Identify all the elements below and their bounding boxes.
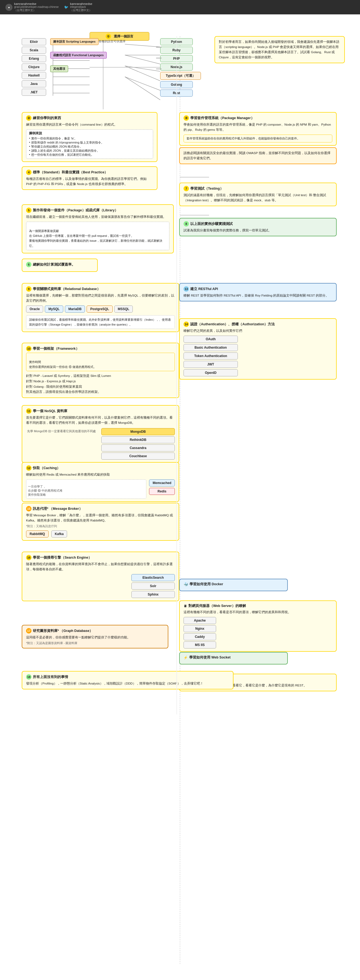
todo-card: 18 所有上面沒有到的事情 發現分析（Profiling），一靜態分析（Stat… bbox=[22, 671, 234, 689]
header-twitter-text: kamranahmedse inlegend/jack （台灣正體中文） bbox=[70, 2, 92, 12]
functional-text: 函數程式語言 Functional Languages bbox=[53, 53, 104, 57]
cache-redis: Redis bbox=[149, 488, 175, 495]
example-block: 腳例來說 實作一些你用過的指令，像是 'ls'。 抓取和儲存 reddit 的 … bbox=[26, 129, 153, 159]
restful-card: 13 建立 RESTful API 瞭解 REST 並學習如何制作 RESTfu… bbox=[179, 283, 337, 301]
svg-line-13 bbox=[125, 77, 160, 90]
nosql-card: 11 學一個 NoSQL 資料庫 首先要選擇它是什麼，它們跟關聯式資料庫有何不同… bbox=[22, 405, 179, 463]
lang-typescript: TypeScript（可選） bbox=[160, 72, 201, 80]
cache-memcached: Memcached bbox=[149, 479, 175, 487]
auth-jwt: JWT bbox=[183, 361, 238, 368]
cache-tip-text: 一旦你學了， 在步驟 ⑩ 中的應用程式堆 實作快取策略 bbox=[28, 485, 62, 496]
header-github-link[interactable]: ● kamranahmedse grad-job/developer-roadm… bbox=[5, 2, 59, 12]
ws-icon: 🖥 bbox=[183, 604, 187, 608]
websocket-card: ⚡ 學習如何使用 Web Socket bbox=[179, 652, 288, 665]
connector-h3 bbox=[156, 68, 161, 69]
gdb-note: *附注：又認為是圖形資料庫 - 圖資料庫 bbox=[26, 641, 164, 645]
todo-num: 18 bbox=[26, 674, 32, 680]
twitter-lang: （台灣正體中文） bbox=[70, 8, 92, 12]
search-card: 16 學習一個搜尋引擎（Search Engine） 隨著應用程式的複雜，在你資… bbox=[22, 552, 179, 601]
section3-title: ③ 學習套件管理系統（Package Manager） bbox=[183, 115, 332, 121]
todo-body: 發現分析（Profiling），一靜態分析（Static Analysis），域… bbox=[26, 681, 229, 686]
nosql-primary-text: 先學 MongoDB 但一定要看看它與其他選項的不同處 bbox=[27, 430, 96, 433]
nosql-label: 學一個 NoSQL 資料庫 bbox=[33, 409, 67, 414]
auth-basic: Basic Authentication bbox=[183, 344, 238, 351]
cache-body: 瞭解如何使用 Redis 或 Memcached 來作應用程式級的快取 bbox=[26, 472, 175, 477]
nosql-primary-label: 先學 MongoDB 但一定要看看它與其他選項的不同處 bbox=[26, 428, 100, 460]
example-2: 抓取和儲存 reddit 的 /r/programming 版上文章的指令。 bbox=[29, 140, 150, 145]
safety-note: 請務必閱讀有關資訊安全的最佳實踐，閱讀 OWASP 指南，並排解不同的安全問題，… bbox=[179, 147, 337, 164]
other-text: 其他選項 bbox=[53, 67, 65, 70]
lang-haskell: Haskell bbox=[22, 72, 46, 79]
ws-caddy: Caddy bbox=[183, 633, 216, 640]
ws-title: 🖥 對網頁伺服器（Web Server）的瞭解 bbox=[183, 604, 332, 608]
section6-title: 6 總解如何計算測試覆蓋率。 bbox=[26, 262, 93, 267]
other-label: 其他選項 bbox=[50, 65, 68, 72]
svg-line-14 bbox=[125, 77, 160, 100]
section5-card: 5 製作和發佈一個套件（Package）或函式庫（Library） 現在繼續前進… bbox=[22, 204, 174, 253]
section1-info-text: 對於初學者而言，如果你尚開始進入後端開發的領域，我會建議你先選擇一個腳本語言（s… bbox=[219, 39, 341, 60]
auth-token: Token Authentication bbox=[183, 352, 238, 360]
step8-label: 以上面的實例步驟實踐測試 bbox=[190, 222, 233, 226]
search-num: 16 bbox=[26, 555, 32, 560]
docker-card: 🐳 學習如何使用 Docker bbox=[179, 579, 288, 591]
contribution-block: 為一個開源專案做貢獻 在 GitHub 上搜尋一些專案，並在專案中開一些 pul… bbox=[26, 222, 169, 250]
section1-info: 對於初學者而言，如果你尚開始進入後端開發的領域，我會建議你先選擇一個腳本語言（s… bbox=[215, 36, 345, 63]
msg-items: RabbitMQ Kafka bbox=[26, 530, 175, 538]
cache-title: 12 快取（Caching） bbox=[26, 465, 175, 471]
nosql-body: 首先要選擇它是什麼，它們跟關聯式資料庫有何不同，以及什麼案例它們，這裡有幾種不同… bbox=[26, 415, 175, 425]
section6-card: 6 總解如何計算測試覆蓋率。 bbox=[22, 259, 98, 272]
reldb-body: 這裡有幾個選擇，先瞭解一個，那麼對照他們之間是很容易的，先選擇 MySQL，但要… bbox=[26, 293, 175, 303]
svg-line-11 bbox=[125, 66, 160, 72]
step1-label: 選擇一個語言 bbox=[114, 35, 133, 38]
lang-erlang: Erlang bbox=[22, 55, 46, 62]
lang-java: Java bbox=[22, 80, 46, 88]
search-solr: Solr bbox=[131, 582, 175, 590]
step3-label: 學習套件管理系統（Package Manager） bbox=[190, 116, 254, 121]
docker-label: 學習如何使用 Docker bbox=[190, 582, 223, 587]
step6-num: 6 bbox=[26, 262, 32, 267]
auth-num: 14 bbox=[183, 321, 189, 327]
lang-dotnet: .NET bbox=[22, 89, 46, 96]
reldb-note-text: 請確保你有嘗試測試，遵循標準和最佳實踐。此外針對資料庫，使用資料庫要新增索引（I… bbox=[29, 318, 171, 326]
contribution-text: 為一個開源專案做貢獻 在 GitHub 上搜尋一些專案，並在專案中開一些 pul… bbox=[29, 229, 162, 247]
auth-label: 認證（Authentication）、授權（Authorization）方法 bbox=[190, 322, 275, 327]
db-rethinkdb: RethinkDB bbox=[101, 436, 175, 443]
db-mongodb: MongoDB bbox=[101, 428, 175, 435]
fw-runtime: 實作時間 使用你選擇的框架寫一些你在 ⑥ 做過的應用程式。 bbox=[26, 353, 175, 371]
reldb-title: 9 學習關聯式資料庫（Relational Database） bbox=[26, 286, 175, 292]
github-user: kamranahmedse bbox=[14, 2, 59, 5]
auth-body: 瞭解它們之間的差異，以及如何實作它們 bbox=[183, 328, 332, 333]
db-couchbase: Couchbase bbox=[101, 453, 175, 460]
nosql-num: 11 bbox=[26, 408, 32, 414]
lang-clojure: Clojure bbox=[22, 64, 46, 70]
websocket-title: ⚡ 學習如何使用 Web Socket bbox=[183, 655, 284, 660]
scripting-text: 腳本語言 Scripting Languages bbox=[53, 40, 96, 43]
ws-nginx: Nginx bbox=[183, 625, 216, 632]
fw-other: 對其他語言，請搜尋並找出適合你所學語言的框架。 bbox=[26, 389, 175, 395]
reldb-note: 請確保你有嘗試測試，遵循標準和最佳實踐。此外針對資料庫，使用資料庫要新增索引（I… bbox=[26, 315, 175, 329]
msg-num: 15 bbox=[26, 506, 32, 511]
ws-body: 這裡有幾種不同的選項，看看是否不同的選項，瞭解它們的差異和和用視。 bbox=[183, 610, 332, 615]
auth-items: OAuth Basic Authentication Token Authent… bbox=[183, 336, 332, 376]
section3-card: ③ 學習套件管理系統（Package Manager） 學會如何使用你所選的語言… bbox=[179, 112, 337, 146]
connector-h1 bbox=[156, 47, 161, 48]
step4-num: 4 bbox=[26, 170, 32, 175]
reldb-num: 9 bbox=[26, 286, 32, 292]
step5-label: 製作和發佈一個套件（Package）或函式庫（Library） bbox=[33, 208, 118, 213]
db-postgres: PostgreSQL bbox=[87, 305, 112, 313]
lang-elixir: Elixir bbox=[22, 38, 46, 45]
header-twitter-link[interactable]: 🐦 kamranahmedse inlegend/jack （台灣正體中文） bbox=[64, 2, 92, 12]
msg-body: 學習 Message Broker，瞭解「為什麼」，並選擇一個使用。雖然有多項選… bbox=[26, 513, 175, 523]
cache-tip: 一旦你學了， 在步驟 ⑩ 中的應用程式堆 實作快取策略 bbox=[26, 479, 147, 499]
gdb-title: 17 研究圖形資料庫* （Graph Database） bbox=[26, 628, 164, 633]
auth-oauth: OAuth bbox=[183, 336, 238, 343]
gdb-label: 研究圖形資料庫* （Graph Database） bbox=[33, 628, 93, 633]
rest-label: 建立 RESTful API bbox=[190, 287, 218, 291]
auth-openid: OpenID bbox=[183, 369, 238, 376]
websocket-icon: ⚡ bbox=[183, 655, 188, 660]
docker-icon: 🐳 bbox=[183, 582, 188, 587]
cache-num: 12 bbox=[26, 465, 32, 471]
ws-msiis: MS IIS bbox=[183, 641, 216, 648]
nosql-db-list: MongoDB RethinkDB Cassandra Couchbase bbox=[101, 428, 175, 460]
right-languages: Python Ruby PHP Node.js TypeScript（可選） G… bbox=[160, 38, 201, 97]
